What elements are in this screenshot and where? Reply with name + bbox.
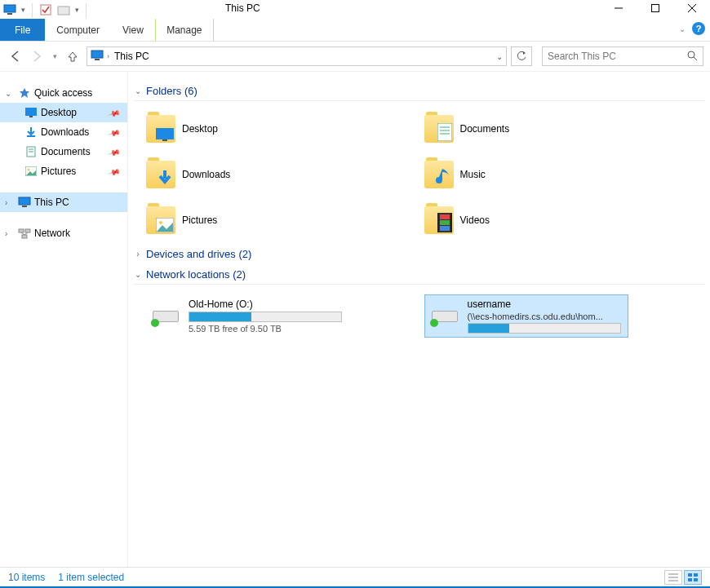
group-label: Folders (6) [146, 85, 197, 97]
refresh-button[interactable] [511, 46, 532, 66]
network-icon [18, 227, 31, 240]
folder-label: Pictures [182, 214, 217, 226]
documents-icon [24, 145, 38, 158]
storage-bar [468, 323, 621, 334]
folder-documents[interactable]: Documents [424, 111, 698, 147]
svg-point-18 [28, 169, 30, 171]
qat-customize-icon[interactable]: ▾ [75, 6, 79, 14]
tree-label: Desktop [41, 107, 77, 118]
window-title: This PC [225, 2, 260, 14]
newfolder-icon[interactable] [57, 3, 70, 16]
tree-desktop[interactable]: Desktop 📌 [0, 103, 127, 122]
folder-desktop[interactable]: Desktop [146, 111, 419, 147]
recent-dropdown[interactable]: ▾ [49, 47, 60, 65]
pin-icon: 📌 [108, 145, 121, 158]
pin-icon: 📌 [108, 165, 121, 178]
network-drive-icon [428, 303, 461, 330]
svg-rect-13 [29, 116, 33, 117]
svg-rect-38 [437, 213, 439, 232]
up-button[interactable] [64, 47, 82, 65]
svg-point-10 [688, 51, 694, 58]
svg-rect-20 [22, 206, 27, 207]
tree-label: Network [34, 228, 70, 239]
search-input[interactable]: Search This PC [542, 46, 703, 66]
title-bar: ▾ ▾ Drive Tools This PC [0, 0, 710, 19]
quickaccess-icon [18, 86, 31, 99]
folder-pictures[interactable]: Pictures [146, 202, 419, 238]
folder-label: Downloads [182, 169, 230, 180]
folder-music[interactable]: Music [424, 157, 698, 192]
tree-pictures[interactable]: Pictures 📌 [0, 161, 127, 181]
group-label: Network locations (2) [146, 268, 246, 281]
tree-label: Downloads [41, 126, 89, 138]
svg-rect-19 [19, 197, 30, 205]
address-bar[interactable]: › This PC ⌄ [87, 46, 507, 66]
ribbon: File Computer View Manage ⌄ ? [0, 19, 710, 42]
close-button[interactable] [673, 0, 710, 16]
status-bar: 10 items 1 item selected [0, 567, 710, 586]
help-icon[interactable]: ? [692, 22, 705, 35]
folder-downloads[interactable]: Downloads [146, 157, 419, 192]
folders-grid: Desktop Documents Downloads [133, 106, 705, 243]
folder-label: Documents [460, 123, 510, 135]
svg-rect-44 [694, 573, 698, 577]
downloads-icon [24, 126, 38, 139]
storage-bar [189, 312, 342, 322]
back-button[interactable] [7, 47, 24, 65]
drive-username[interactable]: username (\\ecs-homedirs.cs.odu.edu\hom.… [424, 294, 628, 338]
ribbon-expand-icon[interactable]: ⌄ [679, 24, 686, 33]
tree-label: Documents [41, 146, 91, 157]
chevron-down-icon: ⌄ [133, 86, 143, 95]
drive-old-home[interactable]: Old-Home (O:) 5.59 TB free of 9.50 TB [146, 294, 350, 338]
view-tiles-button[interactable] [684, 570, 702, 585]
thispc-icon [18, 196, 31, 209]
tree-quick-access[interactable]: ⌄ Quick access [0, 83, 127, 103]
drive-label: Old-Home (O:) [189, 298, 347, 310]
tab-computer[interactable]: Computer [45, 19, 111, 41]
svg-rect-26 [156, 128, 174, 139]
svg-rect-12 [25, 108, 37, 116]
properties-icon[interactable] [39, 3, 52, 16]
search-placeholder: Search This PC [548, 51, 616, 62]
chevron-right-icon[interactable]: › [107, 52, 109, 60]
pin-icon: 📌 [108, 106, 121, 119]
drive-free-text: 5.59 TB free of 9.50 TB [189, 324, 347, 334]
divider [32, 3, 33, 18]
folder-videos[interactable]: Videos [424, 202, 698, 238]
chevron-down-icon: ⌄ [133, 270, 143, 279]
tab-manage[interactable]: Manage [155, 19, 214, 41]
chevron-right-icon[interactable]: › [5, 198, 15, 207]
tree-label: Pictures [41, 166, 76, 177]
tree-documents[interactable]: Documents 📌 [0, 142, 127, 161]
tab-file[interactable]: File [0, 19, 45, 41]
chevron-down-icon[interactable]: ⌄ [5, 89, 15, 98]
view-details-button[interactable] [664, 570, 682, 585]
group-header-network[interactable]: ⌄ Network locations (2) [133, 265, 705, 285]
svg-rect-43 [688, 573, 692, 577]
svg-rect-28 [437, 123, 452, 141]
group-header-devices[interactable]: › Devices and drives (2) [133, 245, 705, 263]
tree-label: This PC [34, 197, 69, 208]
maximize-button[interactable] [637, 0, 673, 16]
folder-icon [146, 161, 175, 188]
forward-button[interactable] [28, 47, 46, 65]
pin-icon: 📌 [108, 126, 121, 139]
breadcrumb-thispc[interactable]: This PC [113, 51, 151, 62]
folder-label: Videos [460, 214, 490, 226]
tab-view[interactable]: View [111, 19, 155, 41]
folder-icon [146, 206, 175, 234]
address-dropdown-icon[interactable]: ⌄ [496, 52, 503, 61]
group-label: Devices and drives (2) [146, 248, 251, 260]
tree-downloads[interactable]: Downloads 📌 [0, 122, 127, 142]
chevron-right-icon[interactable]: › [5, 229, 15, 238]
drive-label: username [468, 298, 624, 310]
navigation-bar: ▾ › This PC ⌄ Search This PC [0, 42, 710, 71]
drive-path: (\\ecs-homedirs.cs.odu.edu\hom... [468, 312, 624, 321]
tree-network[interactable]: › Network [0, 223, 127, 243]
tree-this-pc[interactable]: › This PC [0, 192, 127, 212]
minimize-button[interactable] [600, 0, 637, 16]
folder-icon [424, 115, 454, 143]
group-header-folders[interactable]: ⌄ Folders (6) [133, 82, 705, 101]
qat-dropdown-icon[interactable]: ▾ [21, 6, 25, 14]
svg-rect-2 [41, 5, 51, 15]
